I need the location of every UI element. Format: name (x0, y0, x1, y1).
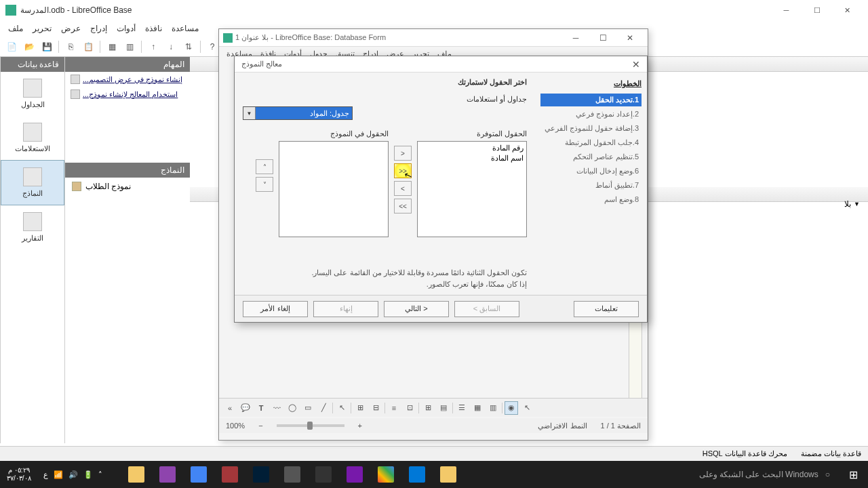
app-edge[interactable] (402, 461, 432, 488)
lang-indicator[interactable]: ع (43, 470, 48, 479)
zoom-out-icon[interactable]: − (258, 422, 262, 430)
tb-paste-icon[interactable]: 📋 (81, 39, 96, 54)
cortana-icon[interactable]: ○ (825, 470, 830, 479)
field-item[interactable]: اسم المادة (420, 153, 524, 163)
dt-form-icon[interactable]: ▥ (486, 401, 500, 415)
step-2[interactable]: 2.إعداد نموذج فرعي (540, 108, 642, 121)
add-all-button[interactable]: <<↖ (394, 163, 412, 178)
tb-help-icon[interactable]: ? (205, 39, 220, 54)
sidebar-item-tables[interactable]: الجداول (1, 72, 64, 116)
help-button[interactable]: تعليمات (574, 301, 639, 317)
task-design-form[interactable]: إنشاء نموذج في عرض التصميم... (65, 72, 190, 87)
dt-grid-icon[interactable]: ⊞ (353, 401, 367, 415)
tb-copy-icon[interactable]: ⎘ (63, 39, 78, 54)
dt-rect-icon[interactable]: ▭ (301, 401, 315, 415)
menu-view[interactable]: عرض (57, 24, 85, 33)
dt-pointer-icon[interactable]: ↖ (520, 401, 534, 415)
dt-curve-icon[interactable]: 〰 (270, 401, 283, 415)
app-base[interactable] (153, 461, 182, 488)
sidebar-item-queries[interactable]: الاستعلامات (1, 116, 64, 160)
cancel-button[interactable]: إلغاء الأمر (243, 301, 308, 317)
menu-edit[interactable]: تحرير (28, 24, 56, 33)
step-6[interactable]: 6.وضع إدخال البيانات (540, 165, 642, 178)
dt-datasrc-icon[interactable]: ▤ (437, 401, 450, 415)
dt-callout-icon[interactable]: 💬 (239, 401, 252, 415)
step-8[interactable]: 8.وضع اسم (540, 193, 642, 206)
volume-icon[interactable]: 🔊 (68, 470, 78, 479)
dt-select-icon[interactable]: ↖ (335, 401, 349, 415)
taskbar-search[interactable]: البحث على الشبكة وعلى Windows ○ (463, 470, 838, 479)
tb-sort-icon[interactable]: ⇅ (181, 39, 196, 54)
dt-text-icon[interactable]: T (254, 401, 268, 415)
content-menu[interactable]: ▼ بلا (844, 199, 860, 209)
menu-help[interactable]: مساعدة (167, 24, 203, 33)
maximize-button[interactable]: ☐ (802, 1, 832, 20)
add-one-button[interactable]: < (394, 146, 412, 161)
finish-button[interactable]: إنهاء (313, 301, 378, 317)
dt-formnav-icon[interactable]: ▦ (471, 401, 484, 415)
tb-table-icon[interactable]: ▦ (104, 39, 119, 54)
dt-expand-icon[interactable]: « (223, 401, 237, 415)
sub-maximize-button[interactable]: ☐ (589, 33, 616, 43)
start-button[interactable]: ⊞ (838, 461, 868, 488)
sub-minimize-button[interactable]: ─ (562, 33, 589, 43)
field-item[interactable]: رقم المادة (420, 143, 524, 153)
form-item-students[interactable]: نموذج الطلاب (65, 178, 190, 195)
step-3[interactable]: 3.إضافة حقول للنموذج الفرعي (540, 122, 642, 135)
tb-new-icon[interactable]: 📄 (4, 39, 19, 54)
sub-close-button[interactable]: ✕ (616, 33, 644, 43)
dt-group-icon[interactable]: ⊡ (403, 401, 416, 415)
app-photoshop[interactable] (246, 461, 276, 488)
app-access[interactable] (215, 461, 245, 488)
battery-icon[interactable]: 🔋 (83, 470, 93, 479)
step-1[interactable]: 1.تحديد الحقل (540, 94, 642, 106)
tb-save-icon[interactable]: 💾 (39, 39, 54, 54)
dt-line-icon[interactable]: ╱ (317, 401, 330, 415)
app-snip[interactable] (277, 461, 307, 488)
sidebar-item-forms[interactable]: النماذج (1, 160, 64, 205)
app-folder[interactable] (433, 461, 463, 488)
app-chrome[interactable] (184, 461, 214, 488)
system-tray[interactable]: ع 📶 🔊 🔋 ˄ (38, 470, 108, 479)
step-4[interactable]: 4.جلب الحقول المرتبطة (540, 136, 642, 149)
tb-form-icon[interactable]: ▥ (122, 39, 137, 54)
task-wizard-form[interactable]: استخدام المعالج لإنشاء نموذج... (65, 87, 190, 102)
tb-sortasc-icon[interactable]: ↑ (146, 39, 161, 54)
move-up-button[interactable]: ˄ (256, 159, 273, 174)
zoom-in-icon[interactable]: + (358, 422, 362, 430)
app-store[interactable] (309, 461, 338, 488)
step-7[interactable]: 7.تطبيق أنماط (540, 179, 642, 192)
menu-tools[interactable]: أدوات (113, 24, 140, 33)
tb-sortdesc-icon[interactable]: ↓ (163, 39, 178, 54)
step-5[interactable]: 5.تنظيم عناصر التحكم (540, 150, 642, 163)
menu-file[interactable]: ملف (4, 24, 27, 33)
app-onenote[interactable] (340, 461, 370, 488)
app-chrome2[interactable] (371, 461, 401, 488)
sidebar-item-reports[interactable]: التقارير (1, 205, 64, 249)
dt-nav-icon[interactable]: ⊞ (421, 401, 435, 415)
remove-one-button[interactable]: > (394, 181, 412, 196)
zoom-slider[interactable] (277, 424, 344, 427)
dt-snap-icon[interactable]: ⊟ (369, 401, 382, 415)
wizard-close-button[interactable]: ✕ (629, 59, 643, 70)
menu-window[interactable]: نافذة (141, 24, 166, 33)
app-explorer[interactable] (121, 461, 151, 488)
dt-align-icon[interactable]: ≡ (387, 401, 401, 415)
remove-all-button[interactable]: >> (394, 199, 412, 214)
tables-queries-combo[interactable]: جدول: المواد ▼ (243, 106, 353, 120)
back-button[interactable]: < السابق (454, 301, 519, 317)
next-button[interactable]: التالي > (384, 301, 449, 317)
dt-designmode-icon[interactable]: ◉ (505, 401, 518, 415)
tb-open-icon[interactable]: 📂 (22, 39, 37, 54)
move-down-button[interactable]: ˅ (256, 177, 273, 192)
dt-props-icon[interactable]: ☰ (455, 401, 469, 415)
form-fields-listbox[interactable] (279, 141, 389, 237)
dt-ellipse-icon[interactable]: ◯ (285, 401, 299, 415)
available-fields-listbox[interactable]: رقم المادة اسم المادة (417, 141, 527, 237)
minimize-button[interactable]: ─ (771, 1, 802, 20)
menu-insert[interactable]: إدراج (86, 24, 111, 33)
network-icon[interactable]: 📶 (54, 470, 63, 479)
close-button[interactable]: ✕ (832, 1, 863, 20)
tray-up-icon[interactable]: ˄ (98, 470, 102, 479)
taskbar-clock[interactable]: ٠٥:٢٩ م ٣٧/٠٣/٠٨ (0, 466, 38, 483)
